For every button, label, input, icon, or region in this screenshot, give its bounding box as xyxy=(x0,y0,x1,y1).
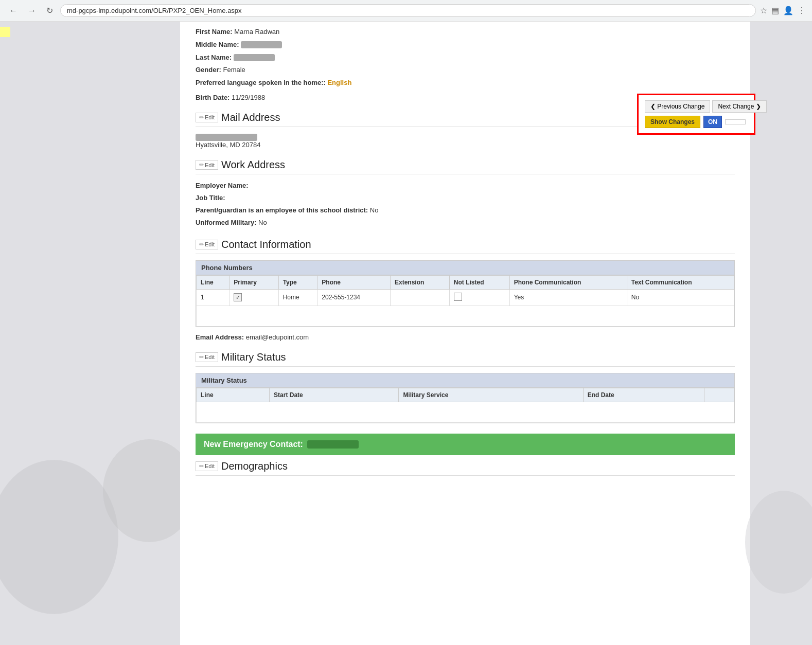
military-status-table: Line Start Date Military Service End Dat… xyxy=(196,388,734,423)
next-change-button[interactable]: Next Change ❯ xyxy=(712,100,766,113)
cell-phone: 202-555-1234 xyxy=(317,289,391,306)
change-nav-box: ❮ Previous Change Next Change ❯ Show Cha… xyxy=(637,94,755,135)
work-address-title: Work Address xyxy=(221,159,285,171)
pencil-icon-contact: ✏ xyxy=(199,241,204,248)
lang-value: English xyxy=(327,79,351,86)
birth-date-label: Birth Date: xyxy=(196,94,230,101)
military-status-edit-button[interactable]: ✏ Edit xyxy=(196,352,218,362)
email-label: Email Address: xyxy=(196,333,244,341)
mil-col-start-date: Start Date xyxy=(270,388,399,402)
pencil-icon-military: ✏ xyxy=(199,354,204,361)
forward-button[interactable]: → xyxy=(25,5,39,16)
city-state-zip: Hyattsville, MD 20784 xyxy=(196,141,735,149)
col-phone: Phone xyxy=(317,275,391,289)
table-row: 1 ✓ Home 202-555-1234 Yes No xyxy=(197,289,734,306)
last-name-value xyxy=(234,54,275,61)
phone-table-title: Phone Numbers xyxy=(196,261,734,275)
browser-icons: ☆ ▤ 👤 ⋮ xyxy=(760,6,806,15)
cell-type: Home xyxy=(278,289,317,306)
emergency-contact-name xyxy=(307,440,359,449)
personal-info-section: First Name: Marna Radwan Middle Name: La… xyxy=(196,22,735,88)
address-bar[interactable]: md-pgcps-imp.edupoint.com/OLR/PXP2_OEN_H… xyxy=(60,4,756,17)
col-not-listed: Not Listed xyxy=(449,275,509,289)
military-status-title: Military Status xyxy=(221,351,286,363)
col-primary: Primary xyxy=(230,275,278,289)
not-listed-checkbox[interactable] xyxy=(454,293,462,301)
email-row: Email Address: email@edupoint.com xyxy=(196,333,735,341)
previous-change-button[interactable]: ❮ Previous Change xyxy=(645,100,710,113)
browser-bar: ← → ↻ md-pgcps-imp.edupoint.com/OLR/PXP2… xyxy=(0,0,812,22)
menu-icon[interactable]: ⋮ xyxy=(798,6,806,15)
cell-primary: ✓ xyxy=(230,289,278,306)
lang-label: Preferred language spoken in the home:: xyxy=(196,79,326,86)
middle-name-label: Middle Name: xyxy=(196,41,239,48)
military-row-empty xyxy=(197,402,734,422)
cell-not-listed xyxy=(449,289,509,306)
col-text-communication: Text Communication xyxy=(627,275,734,289)
military-status-edit-label: Edit xyxy=(205,354,215,360)
left-sidebar xyxy=(0,22,180,645)
demographics-edit-button[interactable]: ✏ Edit xyxy=(196,461,218,471)
middle-name-value xyxy=(241,41,282,48)
back-button[interactable]: ← xyxy=(6,5,21,16)
show-changes-button[interactable]: Show Changes xyxy=(645,116,700,128)
sticky-note xyxy=(0,27,10,37)
mail-address-edit-label: Edit xyxy=(205,114,215,120)
gender-label: Gender: xyxy=(196,66,221,74)
mail-address-edit-button[interactable]: ✏ Edit xyxy=(196,113,218,122)
employee-district-label: Parent/guardian is an employee of this s… xyxy=(196,206,368,214)
extensions-icon[interactable]: ▤ xyxy=(771,6,779,15)
demographics-section: ✏ Edit Demographics xyxy=(196,460,735,476)
phone-numbers-table: Line Primary Type Phone Extension Not Li… xyxy=(196,275,734,327)
birth-date-value: 11/29/1988 xyxy=(232,94,265,101)
last-name-label: Last Name: xyxy=(196,53,232,61)
contact-info-edit-button[interactable]: ✏ Edit xyxy=(196,240,218,249)
work-address-content: Employer Name: Job Title: Parent/guardia… xyxy=(196,181,735,228)
pencil-icon-demographics: ✏ xyxy=(199,463,204,470)
uniformed-military-value: No xyxy=(258,219,267,226)
main-content: ❮ Previous Change Next Change ❯ Show Cha… xyxy=(180,22,750,645)
cell-line: 1 xyxy=(197,289,230,306)
military-status-section: ✏ Edit Military Status Military Status L… xyxy=(196,351,735,423)
on-extra-button[interactable] xyxy=(725,119,746,124)
sidebar-decoration-1 xyxy=(0,460,118,614)
right-sidebar-decoration xyxy=(745,491,812,594)
col-extension: Extension xyxy=(390,275,449,289)
bookmark-icon[interactable]: ☆ xyxy=(760,6,767,15)
job-title-label: Job Title: xyxy=(196,194,225,202)
phone-table-wrapper: Phone Numbers Line Primary Type Phone Ex… xyxy=(196,260,735,327)
employee-district-value: No xyxy=(370,206,379,214)
demographics-edit-label: Edit xyxy=(205,463,215,469)
demographics-title: Demographics xyxy=(221,460,288,472)
military-table-wrapper: Military Status Line Start Date Military… xyxy=(196,373,735,423)
reload-button[interactable]: ↻ xyxy=(43,5,56,16)
work-address-section: ✏ Edit Work Address Employer Name: Job T… xyxy=(196,159,735,228)
profile-icon[interactable]: 👤 xyxy=(783,6,793,15)
contact-info-section: ✏ Edit Contact Information Phone Numbers… xyxy=(196,239,735,341)
employer-label: Employer Name: xyxy=(196,182,249,189)
first-name-value: Marna Radwan xyxy=(234,28,279,35)
table-row-empty xyxy=(197,306,734,326)
cell-extension xyxy=(390,289,449,306)
mail-address-title: Mail Address xyxy=(221,112,280,123)
street-address-value xyxy=(196,134,257,141)
on-toggle-button[interactable]: ON xyxy=(703,116,722,128)
contact-info-title: Contact Information xyxy=(221,239,311,250)
mil-col-end-date: End Date xyxy=(583,388,704,402)
pencil-icon-work: ✏ xyxy=(199,162,204,168)
mil-col-service: Military Service xyxy=(399,388,583,402)
contact-info-edit-label: Edit xyxy=(205,241,215,247)
mail-address-content: Hyattsville, MD 20784 xyxy=(196,133,735,149)
pencil-icon: ✏ xyxy=(199,114,204,121)
emergency-contact-banner: New Emergency Contact: xyxy=(196,434,735,455)
military-table-title: Military Status xyxy=(196,373,734,388)
emergency-contact-label: New Emergency Contact: xyxy=(204,440,303,449)
first-name-label: First Name: xyxy=(196,28,233,35)
work-address-edit-button[interactable]: ✏ Edit xyxy=(196,160,218,170)
primary-checkbox[interactable]: ✓ xyxy=(234,293,242,301)
uniformed-military-label: Uniformed Military: xyxy=(196,219,256,226)
col-type: Type xyxy=(278,275,317,289)
right-sidebar xyxy=(750,22,812,645)
col-line: Line xyxy=(197,275,230,289)
mil-col-line: Line xyxy=(197,388,270,402)
